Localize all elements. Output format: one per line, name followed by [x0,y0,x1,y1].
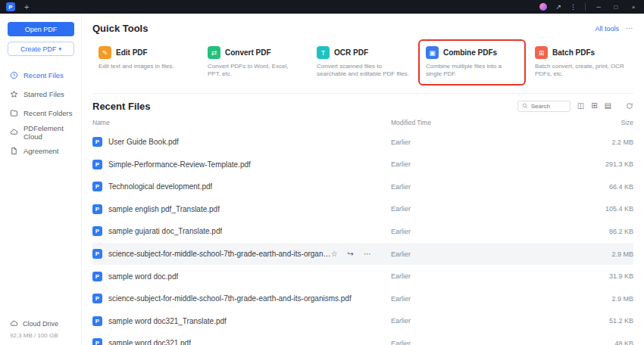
sidebar: Open PDF Create PDF ▾ Recent Files Starr… [0,14,82,345]
table-row[interactable]: P sample english pdf_Translate.pdf ☆ ↪ ⋯… [92,198,633,221]
convert-pdf-icon: ⇄ [208,46,220,59]
edit-pdf-icon: ✎ [98,46,111,59]
tool-title: Convert PDF [225,48,271,57]
tool-title: Batch PDFs [552,48,595,57]
share-icon[interactable]: ↗ [555,4,561,11]
table-row[interactable]: P User Guide Book.pdf ☆ ↪ ⋯ Earlier 2.2 … [92,131,633,154]
cloud-icon [10,128,18,136]
table-header: Name Modified Time Size [92,114,633,131]
new-tab-button[interactable]: + [24,3,29,11]
table-row[interactable]: P sample word doc321_Translate.pdf ☆ ↪ ⋯… [92,310,633,333]
sidebar-item-recent-files[interactable]: Recent Files [0,66,81,85]
column-name[interactable]: Name [92,119,391,126]
sidebar-item-label: PDFelement Cloud [23,124,81,141]
file-name: sample english pdf_Translate.pdf [108,205,220,213]
pdf-file-icon: P [92,137,102,147]
view-grid-icon[interactable]: ⊞ [591,102,597,110]
file-name: Simple-Performance-Review-Template.pdf [108,160,251,169]
combine-pdfs-icon: ▣ [426,46,439,59]
tool-description: Edit text and images in files. [98,63,191,70]
table-row[interactable]: P science-subject-for-middle-school-7th-… [92,243,633,266]
file-modified-time: Earlier [391,205,579,213]
file-modified-time: Earlier [391,340,579,345]
more-menu-icon[interactable]: ⋮ [570,4,577,11]
tool-title: Edit PDF [116,48,148,57]
tool-title: OCR PDF [334,48,368,57]
quick-tool-card-batch-pdfs[interactable]: ⊞ Batch PDFs Batch convert, create, prin… [529,41,633,84]
sidebar-item-label: Recent Folders [23,109,72,117]
file-name: science-subject-for-middle-school-7th-gr… [108,294,352,303]
cloud-drive[interactable]: Cloud Drive [10,319,71,328]
sidebar-item-label: Agreement [23,147,58,155]
close-button[interactable]: × [629,4,638,11]
file-size: 105.4 KB [579,205,633,213]
create-pdf-button[interactable]: Create PDF ▾ [8,42,74,56]
file-modified-time: Earlier [391,160,579,168]
avatar-icon[interactable] [539,3,547,11]
sidebar-item-recent-folders[interactable]: Recent Folders [0,104,81,123]
view-list-icon[interactable]: ▤ [605,102,611,110]
quick-tool-card-ocr-pdf[interactable]: T OCR PDF Convert scanned files to searc… [311,41,415,84]
file-name: sample word doc.pdf [108,272,178,281]
star-icon [10,90,18,98]
refresh-icon[interactable] [626,102,633,110]
clock-icon [10,71,18,79]
folder-icon [10,109,18,117]
pdf-file-icon: P [92,249,102,259]
column-modified-time[interactable]: Modified Time [391,119,579,126]
table-row[interactable]: P Technological development.pdf ☆ ↪ ⋯ Ea… [92,176,633,198]
sidebar-item-pdfelement-cloud[interactable]: PDFelement Cloud [0,123,81,141]
file-name: science-subject-for-middle-school-7th-gr… [108,250,331,258]
pdf-file-icon: P [92,316,102,326]
quick-tool-card-edit-pdf[interactable]: ✎ Edit PDF Edit text and images in files… [92,41,197,84]
file-modified-time: Earlier [391,272,579,280]
file-modified-time: Earlier [391,138,579,146]
open-pdf-button[interactable]: Open PDF [8,22,74,36]
minimize-button[interactable]: ─ [594,4,603,11]
cloud-icon [10,319,18,328]
pdf-file-icon: P [92,294,102,303]
table-row[interactable]: P sample gujarati doc_Translate.pdf ☆ ↪ … [92,220,633,243]
file-modified-time: Earlier [391,317,579,325]
file-name: sample word doc321_Translate.pdf [108,317,227,325]
ocr-pdf-icon: T [317,46,330,59]
recent-files-title: Recent Files [92,101,151,112]
pdf-file-icon: P [92,272,102,281]
main-content: Quick Tools All tools ⋯ ✎ Edit PDF Edit … [82,14,644,345]
column-size[interactable]: Size [579,119,633,126]
pdf-file-icon: P [92,204,102,214]
document-icon [10,147,18,155]
quick-tools-cards: ✎ Edit PDF Edit text and images in files… [92,41,633,94]
all-tools-link[interactable]: All tools [595,25,619,33]
table-row[interactable]: P science-subject-for-middle-school-7th-… [92,288,633,310]
file-table-body: P User Guide Book.pdf ☆ ↪ ⋯ Earlier 2.2 … [92,131,633,345]
quick-tools-title: Quick Tools [92,23,148,34]
share-icon[interactable]: ↪ [348,250,354,258]
tool-description: Convert scanned files to searchable and … [317,63,409,79]
file-modified-time: Earlier [391,183,579,191]
file-size: 2.9 MB [579,250,633,258]
sidebar-item-label: Recent Files [23,71,64,79]
view-covers-icon[interactable]: ◫ [577,102,584,110]
search-box[interactable] [517,101,571,112]
file-size: 2.2 MB [579,138,633,146]
sidebar-item-agreement[interactable]: Agreement [0,141,81,160]
pdf-file-icon: P [92,182,102,191]
table-row[interactable]: P Simple-Performance-Review-Template.pdf… [92,153,633,176]
sidebar-item-starred-files[interactable]: Starred Files [0,85,81,104]
quick-tool-card-combine-pdfs[interactable]: ▣ Combine PDFs Combine multiple files in… [420,41,524,84]
quick-tools-more-icon[interactable]: ⋯ [626,24,633,33]
batch-pdfs-icon: ⊞ [535,46,548,59]
table-row[interactable]: P sample word doc.pdf ☆ ↪ ⋯ Earlier 31.9… [92,265,633,288]
more-icon[interactable]: ⋯ [364,250,371,258]
pdf-file-icon: P [92,226,102,236]
maximize-button[interactable]: □ [611,4,621,11]
file-size: 291.3 KB [579,160,633,168]
file-size: 51.2 KB [579,317,633,325]
star-icon[interactable]: ☆ [331,250,338,258]
search-input[interactable] [531,103,566,110]
table-row[interactable]: P sample word doc321.pdf ☆ ↪ ⋯ Earlier 4… [92,332,633,345]
quick-tool-card-convert-pdf[interactable]: ⇄ Convert PDF Convert PDFs to Word, Exce… [202,41,306,84]
file-name: sample word doc321.pdf [108,339,191,345]
file-modified-time: Earlier [391,228,579,235]
